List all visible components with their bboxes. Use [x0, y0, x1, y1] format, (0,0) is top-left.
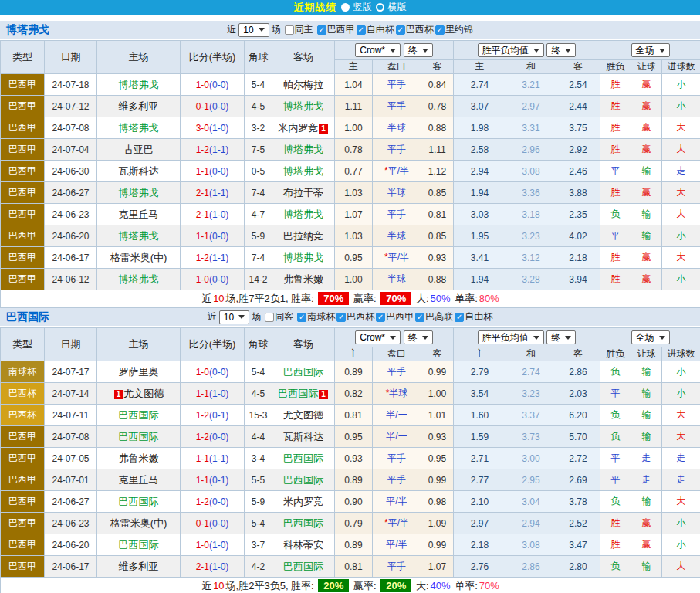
handicap-cell: 平手: [373, 139, 421, 161]
home-team-name: 维多利亚: [119, 100, 159, 112]
away-team-cell: 巴西国际1: [272, 383, 335, 405]
avg-odds-select[interactable]: 胜平负均值: [478, 330, 544, 344]
sub-col-avg-home: 主: [454, 347, 506, 361]
avg-home-cell: 3.03: [454, 204, 506, 225]
avg-draw-cell: 3.73: [506, 426, 556, 448]
avg-home-cell: 2.10: [454, 491, 506, 513]
corner-cell: 3-4: [245, 448, 272, 469]
sub-col-odds-away: 客: [421, 60, 454, 74]
col-type: 类型: [1, 41, 45, 74]
horizontal-layout-radio[interactable]: [376, 3, 384, 12]
avg-away-cell: 3.94: [556, 269, 600, 290]
chevron-down-icon: [422, 336, 428, 340]
recent-count-select[interactable]: 10: [238, 23, 269, 37]
avg-final-select[interactable]: 终: [546, 330, 576, 344]
result-cell: 胜: [600, 182, 631, 204]
avg-away-cell: 2.72: [556, 448, 600, 469]
single-rate: 80%: [479, 293, 499, 304]
league-filter-checkbox[interactable]: 巴西杯: [336, 310, 374, 324]
goals-result-cell: 大: [662, 117, 700, 139]
avg-home-cell: 1.59: [454, 426, 506, 448]
odds-away-cell: 0.78: [421, 96, 454, 117]
league-filter-label: 南球杯: [307, 310, 335, 324]
goals-result-cell: 走: [662, 448, 700, 469]
league-type-badge: 巴西甲: [1, 204, 45, 225]
league-filter-checkbox[interactable]: 里约锦: [435, 23, 473, 36]
league-type-badge: 巴西甲: [1, 182, 45, 204]
col-home: 主场: [97, 41, 181, 74]
odds-home-cell: 0.89: [335, 534, 373, 556]
halftime-score: (1-1): [209, 453, 228, 464]
avg-away-cell: 3.88: [556, 182, 600, 204]
handicap-cell: *平/半: [373, 161, 421, 182]
fulltime-select[interactable]: 全场: [631, 330, 670, 344]
league-filter-checkbox[interactable]: 南球杯: [297, 310, 335, 324]
handicap-result-cell: 赢: [631, 182, 662, 204]
league-filter-checkbox[interactable]: 巴高联: [415, 310, 453, 324]
avg-odds-header: 胜平负均值 终: [454, 41, 600, 60]
recent-count-select[interactable]: 10: [219, 310, 249, 324]
odds-final-select[interactable]: 终: [404, 330, 433, 344]
score-cell: 1-2(0-0): [181, 491, 245, 513]
odds-final-select[interactable]: 终: [404, 43, 433, 57]
away-team-cell: 尤文图德: [272, 405, 335, 426]
corner-cell: 5-4: [245, 74, 272, 96]
goals-result-cell: 大: [662, 139, 700, 161]
win-rate-badge: 70%: [318, 292, 349, 305]
checkbox-icon: [376, 313, 385, 322]
match-date: 24-06-20: [45, 534, 97, 556]
odds-home-cell: 1.00: [335, 117, 373, 139]
home-team-name: 弗鲁米嫩: [119, 452, 159, 464]
fulltime-select[interactable]: 全场: [631, 43, 670, 57]
avg-odds-select[interactable]: 胜平负均值: [478, 43, 544, 57]
sub-col-odds-home: 主: [335, 347, 373, 361]
away-team-cell: 巴西国际: [272, 469, 335, 491]
home-team-name: 罗萨里奥: [119, 366, 159, 378]
vertical-layout-radio[interactable]: [341, 3, 350, 12]
away-team-name: 巴西国际: [283, 366, 323, 378]
result-cell: 胜: [600, 247, 631, 269]
same-away-checkbox[interactable]: 同客: [265, 310, 293, 324]
sub-col-avg-draw: 和: [506, 60, 556, 74]
league-filter-checkbox[interactable]: 巴西杯: [396, 23, 434, 36]
same-home-checkbox[interactable]: 同主: [285, 23, 313, 36]
checkbox-icon: [285, 25, 294, 35]
home-team-cell: 维多利亚: [97, 96, 181, 117]
avg-away-cell: 2.03: [556, 383, 600, 405]
away-team-name: 帕尔梅拉: [283, 79, 323, 90]
fulltime-header: 全场: [600, 41, 700, 60]
fulltime-score: 2-1: [196, 209, 209, 220]
sub-col-goals: 进球数: [662, 60, 700, 74]
league-filter-checkbox[interactable]: 自由杯: [357, 23, 394, 36]
match-row: 巴西甲 24-07-18 博塔弗戈 1-0(0-0) 5-4 帕尔梅拉 1.04…: [1, 74, 700, 96]
corner-cell: 5-9: [245, 225, 272, 247]
league-filter-checkbox[interactable]: 自由杯: [455, 310, 492, 324]
handicap-result-cell: 输: [631, 383, 662, 405]
away-team-name: 米内罗竞: [278, 122, 318, 134]
odds-source-header: Crow* 终: [335, 328, 454, 347]
home-team-name: 克里丘马: [119, 474, 159, 486]
home-team-cell: 古亚巴: [97, 139, 181, 161]
odds-home-cell: 0.81: [335, 405, 373, 426]
avg-home-cell: 2.79: [454, 361, 506, 383]
halftime-score: (0-0): [209, 101, 228, 112]
col-corner: 角球: [245, 41, 272, 74]
odds-source-select[interactable]: Crow*: [355, 330, 401, 344]
league-filter-label: 巴西杯: [406, 23, 434, 36]
handicap-win-rate-badge: 20%: [380, 579, 411, 592]
league-filter-checkbox[interactable]: 巴西甲: [376, 310, 414, 324]
red-card-badge: 1: [319, 124, 328, 134]
league-filter-checkbox[interactable]: 巴西甲: [317, 23, 355, 36]
avg-home-cell: 2.94: [454, 161, 506, 182]
home-team-cell: 克里丘马: [97, 469, 181, 491]
avg-draw-cell: 3.04: [506, 491, 556, 513]
corner-cell: 4-7: [245, 204, 272, 225]
avg-final-select[interactable]: 终: [546, 43, 576, 57]
match-date: 24-07-08: [45, 426, 97, 448]
avg-away-cell: 3.78: [556, 491, 600, 513]
red-card-badge: 1: [114, 390, 123, 399]
goals-result-cell: 小: [662, 269, 700, 290]
away-team-cell: 米内罗竞: [272, 491, 335, 513]
odds-source-select[interactable]: Crow*: [355, 43, 401, 57]
score-cell: 1-0(1-0): [181, 534, 245, 556]
